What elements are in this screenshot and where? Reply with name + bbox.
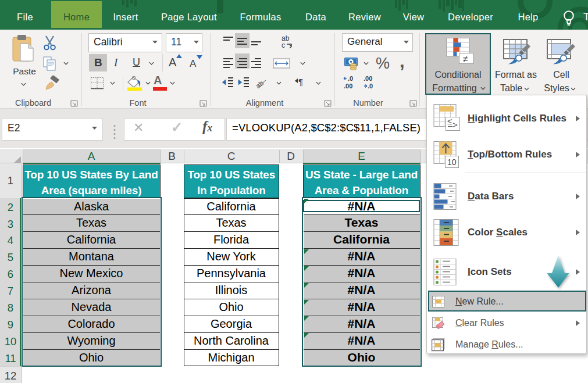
svg-text:.00: .00 <box>364 75 372 82</box>
svg-text:≤: ≤ <box>447 116 452 126</box>
svg-text:¶: ¶ <box>298 77 303 87</box>
svg-text:c: c <box>281 41 285 49</box>
svg-text:ab: ab <box>254 79 265 89</box>
svg-text:>: > <box>452 120 458 130</box>
svg-text:.00: .00 <box>344 83 352 90</box>
svg-text:.0: .0 <box>368 83 373 90</box>
svg-text:≠: ≠ <box>463 54 468 64</box>
svg-text:.0: .0 <box>348 75 353 82</box>
svg-text:10: 10 <box>447 158 457 167</box>
